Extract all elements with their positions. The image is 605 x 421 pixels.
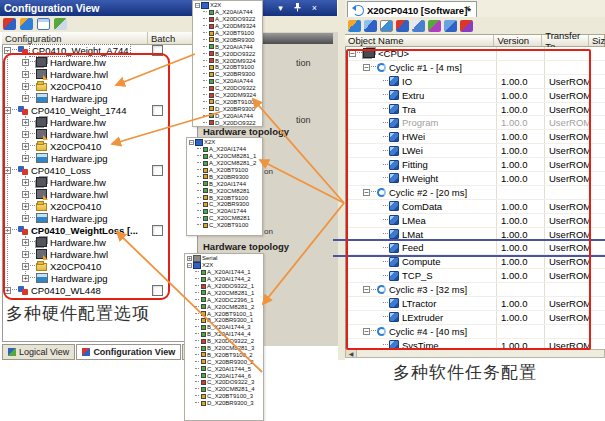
module-row[interactable]: C_X20DO9322_3 — [187, 379, 263, 386]
build-transfer-icon[interactable] — [396, 20, 409, 32]
module-row[interactable]: B_X20BT9100 — [189, 194, 262, 201]
serial-root-row[interactable]: +Serial — [187, 255, 263, 262]
x2x-root-row[interactable]: −X2X — [187, 262, 263, 269]
module-icon — [201, 297, 206, 302]
module-row[interactable]: B_X20BT9100 — [195, 64, 262, 71]
tree-connector — [195, 278, 199, 280]
tree-connector — [197, 148, 201, 150]
column-version[interactable]: Version — [494, 35, 542, 46]
close-icon[interactable]: × — [308, 2, 321, 14]
module-icon — [201, 373, 206, 378]
module-row[interactable]: C_X20AI1744 — [189, 208, 262, 215]
module-row[interactable]: C_X20AI1744_5 — [187, 365, 263, 372]
tree-connector — [203, 53, 207, 55]
module-row[interactable]: C_X20AI1744_6 — [187, 372, 263, 379]
module-row[interactable]: B_X20AI1744_4 — [187, 331, 263, 338]
module-row[interactable]: A_X20DC2396_1 — [187, 296, 263, 303]
module-icon — [209, 120, 214, 125]
panel-splitter[interactable] — [338, 0, 345, 360]
module-icon — [201, 318, 206, 323]
copy-transfer-icon[interactable] — [444, 20, 457, 32]
module-row[interactable]: A_X20BT9100 — [195, 30, 262, 37]
module-row[interactable]: A_X20CM8281_1 — [187, 289, 263, 296]
module-row[interactable]: A_X20BT9100 — [189, 167, 262, 174]
tab-logical-view[interactable]: Logical View — [2, 344, 75, 360]
module-row[interactable]: B_X20BT9100_2 — [187, 351, 263, 358]
expand-toggle[interactable]: − — [195, 3, 200, 8]
tree-connector — [197, 197, 201, 199]
module-icon — [203, 216, 208, 221]
x2x-root-row[interactable]: −X2X — [195, 2, 262, 9]
module-row[interactable]: B_X20BR9300_1 — [187, 317, 263, 324]
module-row[interactable]: A_X20DM9324 — [195, 23, 262, 30]
module-row[interactable]: B_X20BR9300 — [195, 36, 262, 43]
x2x-icon — [195, 139, 203, 146]
module-row[interactable]: B_X20CM8281_3 — [187, 345, 263, 352]
module-row[interactable]: C_X20DM9324 — [195, 92, 262, 99]
column-transfer-to[interactable]: Transfer To — [542, 35, 589, 46]
module-row[interactable]: B_X20AI1744 — [189, 180, 262, 187]
module-row[interactable]: A_X20BT9100_1 — [187, 310, 263, 317]
module-row[interactable]: B_X20DM9324 — [195, 57, 262, 64]
module-row[interactable]: B_X20DO9322 — [195, 50, 262, 57]
pin-icon[interactable] — [291, 2, 304, 14]
tab-configuration-view[interactable]: Configuration View — [76, 344, 181, 360]
module-row[interactable]: A_X20AIA744 — [195, 9, 262, 16]
table-view-icon[interactable] — [37, 18, 50, 30]
module-row[interactable]: D_X20DO9322 — [195, 119, 262, 126]
new-object-icon[interactable] — [348, 20, 361, 32]
tab-close-icon[interactable]: × — [463, 3, 473, 13]
column-batch[interactable]: Batch — [148, 32, 197, 44]
show-configuration-icon[interactable] — [3, 18, 16, 30]
expand-toggle[interactable]: + — [187, 256, 192, 261]
module-label: B_X20AI1744_3 — [207, 324, 251, 330]
software-tab[interactable]: X20CP0410 [Software]* — [347, 1, 477, 18]
module-row[interactable]: A_X20AI1744 — [189, 146, 262, 153]
column-object-name[interactable]: Object Name — [345, 35, 494, 46]
module-row[interactable]: A_X20DO9322 — [195, 16, 262, 23]
edit-object-icon[interactable] — [380, 20, 393, 32]
module-row[interactable]: C_X20BT9100 — [189, 222, 262, 229]
module-row[interactable]: A_X20AI1744_2 — [187, 276, 263, 283]
module-icon — [209, 65, 214, 70]
column-configuration[interactable]: Configuration — [2, 32, 148, 44]
module-row[interactable]: B_X20AI1744_3 — [187, 324, 263, 331]
open-object-icon[interactable] — [364, 20, 377, 32]
horizontal-scrollbar[interactable]: ◀ — [345, 349, 605, 358]
column-size[interactable]: Siz — [589, 35, 604, 46]
module-row[interactable]: A_X20DO9322_1 — [187, 283, 263, 290]
x2x-root-row[interactable]: −X2X — [189, 139, 262, 146]
module-row[interactable]: A_X20CM8281_2 — [187, 303, 263, 310]
module-row[interactable]: D_X20AIA744 — [195, 112, 262, 119]
module-row[interactable]: D_X20BR9300_3 — [187, 400, 263, 407]
module-row[interactable]: D_X20BR9300 — [195, 105, 262, 112]
module-row[interactable]: C_X20BR9300 — [195, 71, 262, 78]
expand-toggle[interactable]: − — [187, 263, 192, 268]
import-export-icon[interactable] — [54, 18, 67, 30]
module-row[interactable]: B_X20CM8281 — [189, 187, 262, 194]
module-row[interactable]: C_X20DO9322 — [195, 85, 262, 92]
insert-module-icon[interactable] — [428, 20, 441, 32]
module-icon — [201, 284, 206, 289]
module-row[interactable]: A_X20CM8281_1 — [189, 153, 262, 160]
expand-toggle[interactable]: − — [189, 140, 194, 145]
module-row[interactable]: C_X20AIA744 — [195, 78, 262, 85]
chevron-down-icon[interactable]: ▾ — [274, 2, 287, 14]
module-row[interactable]: C_X20BT9100_3 — [187, 393, 263, 400]
module-row[interactable]: C_X20BR9300_2 — [187, 358, 263, 365]
erase-icon[interactable] — [412, 20, 425, 32]
module-row[interactable]: C_X20BT9100 — [195, 98, 262, 105]
module-row[interactable]: C_X20CM8281 — [189, 215, 262, 222]
module-row[interactable]: C_X20BR9300 — [189, 201, 262, 208]
delete-module-icon[interactable] — [460, 20, 473, 32]
module-row[interactable]: B_X20BR9300 — [189, 173, 262, 180]
scroll-left-icon[interactable]: ◀ — [346, 350, 357, 357]
module-icon — [203, 154, 208, 159]
module-row[interactable]: C_X20CM8281_4 — [187, 386, 263, 393]
module-row[interactable]: A_X20AI1744_1 — [187, 269, 263, 276]
module-label: C_X20CM8281_4 — [207, 386, 255, 392]
module-view-icon[interactable] — [20, 18, 33, 30]
module-row[interactable]: A_X20CM8281_2 — [189, 160, 262, 167]
module-row[interactable]: B_X20DO9322_2 — [187, 338, 263, 345]
module-row[interactable]: B_X20AIA744 — [195, 43, 262, 50]
